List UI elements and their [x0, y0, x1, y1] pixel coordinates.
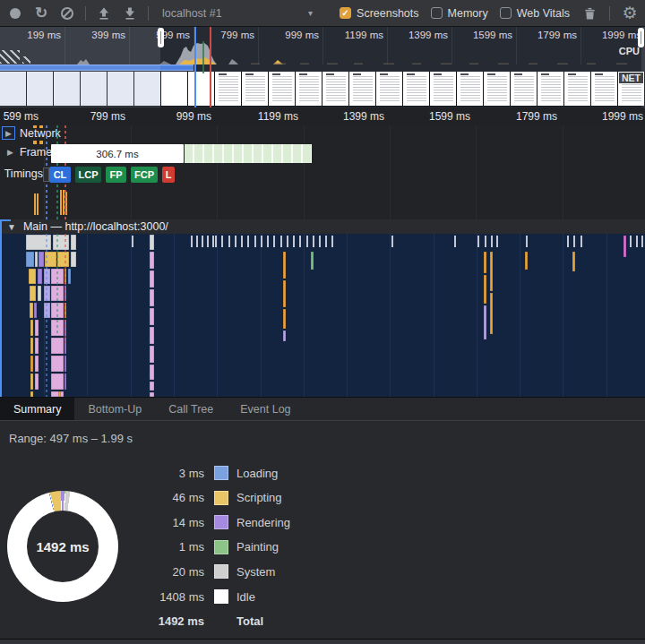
flame-event[interactable] — [283, 331, 286, 341]
delete-recording-button[interactable] — [581, 5, 598, 21]
flame-event[interactable] — [30, 356, 33, 372]
filmstrip-frame[interactable] — [457, 72, 483, 106]
filmstrip-frame[interactable] — [215, 72, 241, 106]
tab-bottom-up[interactable]: Bottom-Up — [74, 398, 155, 420]
clear-button[interactable] — [59, 5, 75, 21]
flame-event[interactable] — [53, 235, 69, 250]
flame-task-tick — [299, 236, 301, 247]
flame-event[interactable] — [150, 346, 154, 363]
flame-event[interactable] — [39, 252, 44, 267]
flame-event[interactable] — [311, 252, 314, 270]
filmstrip-frame[interactable] — [403, 72, 429, 106]
flame-event[interactable] — [484, 252, 486, 273]
network-expand-control[interactable]: ▶ — [2, 126, 15, 140]
flame-event[interactable] — [64, 374, 66, 390]
checkbox-memory[interactable]: Memory — [431, 7, 488, 20]
filmstrip-frame[interactable] — [161, 72, 187, 106]
flame-event[interactable] — [283, 252, 286, 279]
flame-event[interactable] — [34, 303, 37, 318]
main-thread-header[interactable]: ▼ Main — http://localhost:3000/ — [0, 219, 645, 234]
tab-summary[interactable]: Summary — [0, 398, 74, 420]
flame-event[interactable] — [484, 305, 486, 339]
checkbox-web-vitals[interactable]: Web Vitals — [500, 7, 570, 20]
flame-event[interactable] — [283, 280, 286, 307]
filmstrip-frame[interactable] — [349, 72, 375, 106]
thumbnail-title-bar — [460, 73, 469, 75]
flame-event[interactable] — [484, 275, 486, 304]
filmstrip-frame[interactable] — [269, 72, 295, 106]
filmstrip-frame[interactable] — [242, 72, 268, 106]
filmstrip-frame[interactable] — [322, 72, 348, 106]
network-request-dot — [33, 125, 37, 128]
filmstrip-frame[interactable] — [296, 72, 322, 106]
timing-badge-l[interactable]: L — [162, 167, 175, 183]
flame-task-tick — [287, 236, 288, 247]
save-profile-button[interactable] — [122, 5, 138, 21]
flame-event[interactable] — [30, 320, 33, 336]
flame-event[interactable] — [71, 252, 76, 267]
flame-event[interactable] — [525, 252, 528, 270]
flame-event[interactable] — [35, 320, 39, 336]
flame-event[interactable] — [150, 270, 154, 288]
flame-event[interactable] — [30, 303, 33, 318]
flame-event[interactable] — [150, 327, 154, 344]
reload-and-record-button[interactable]: ↻ — [33, 5, 49, 21]
frame-duration-block[interactable]: 306.7 ms — [51, 144, 184, 163]
flame-event[interactable] — [29, 269, 36, 284]
flame-event[interactable] — [624, 236, 626, 257]
load-profile-button[interactable] — [96, 5, 112, 21]
timing-badge-fcp[interactable]: FCP — [131, 167, 158, 183]
filmstrip-frame[interactable] — [430, 72, 456, 106]
tab-call-tree[interactable]: Call Tree — [155, 398, 227, 420]
flame-event[interactable] — [283, 309, 286, 329]
selection-right-handle[interactable] — [638, 28, 644, 47]
settings-button[interactable]: ⚙ — [622, 5, 638, 21]
flame-event[interactable] — [38, 269, 42, 284]
flame-event[interactable] — [150, 289, 154, 306]
flame-event[interactable] — [30, 374, 33, 390]
flame-event[interactable] — [64, 356, 66, 372]
flame-event[interactable] — [150, 365, 154, 380]
flame-event[interactable] — [150, 252, 154, 269]
flame-event[interactable] — [35, 338, 39, 354]
filmstrip-frame[interactable] — [376, 72, 402, 106]
timing-badge-cl[interactable]: CL — [49, 167, 71, 183]
flame-event[interactable] — [57, 252, 69, 267]
flame-event[interactable] — [490, 252, 493, 291]
filmstrip-frame[interactable] — [591, 72, 617, 106]
flame-event[interactable] — [35, 252, 38, 267]
frames-partial-strip[interactable] — [185, 144, 312, 163]
flame-event[interactable] — [150, 235, 154, 250]
flame-event[interactable] — [35, 374, 39, 390]
flame-event[interactable] — [68, 269, 71, 284]
checkbox-screenshots[interactable]: ✓Screenshots — [340, 7, 418, 20]
flame-event[interactable] — [51, 356, 64, 372]
flame-event[interactable] — [71, 235, 76, 250]
timeline-overview[interactable]: 199 ms399 ms599 ms799 ms999 ms1199 ms139… — [0, 27, 645, 107]
tab-event-log[interactable]: Event Log — [227, 398, 304, 420]
flame-event[interactable] — [35, 356, 39, 372]
flame-event[interactable] — [51, 374, 64, 390]
flame-event[interactable] — [26, 252, 34, 267]
main-flame-chart[interactable] — [0, 234, 645, 397]
filmstrip-frame[interactable] — [511, 72, 537, 106]
thumbnail-text-lines — [568, 76, 588, 103]
selection-left-handle[interactable] — [158, 28, 164, 47]
flame-event[interactable] — [150, 308, 154, 325]
filmstrip-frame[interactable] — [564, 72, 590, 106]
flame-event[interactable] — [572, 252, 575, 271]
flame-event[interactable] — [150, 382, 154, 391]
capture-target-select[interactable]: localhost #1 ▾ — [159, 7, 316, 20]
timing-badge-fp[interactable]: FP — [106, 167, 126, 183]
flame-event[interactable] — [30, 286, 36, 301]
axis-time-label: 1399 ms — [329, 110, 384, 123]
flame-event[interactable] — [30, 338, 33, 354]
flame-event[interactable] — [490, 293, 493, 334]
flame-event[interactable] — [51, 338, 64, 354]
timing-badge-lcp[interactable]: LCP — [75, 167, 101, 183]
record-button[interactable] — [7, 5, 23, 21]
filmstrip-frame[interactable] — [484, 72, 510, 106]
filmstrip-frame[interactable] — [538, 72, 563, 106]
flame-event[interactable] — [38, 286, 41, 301]
triangle-right-icon[interactable]: ▶ — [7, 148, 13, 157]
